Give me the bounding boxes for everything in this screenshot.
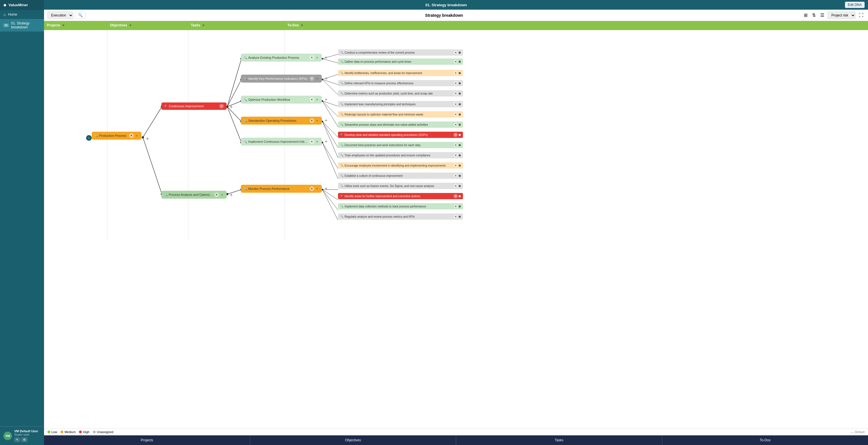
bottom-tab-tasks[interactable]: Tasks bbox=[456, 435, 662, 445]
task-node-implement[interactable]: 🔍 Implement Continuous Improvement Initi… bbox=[241, 138, 322, 146]
add-button[interactable]: ＋ bbox=[315, 55, 319, 60]
todo-td5[interactable]: 🔍 Determine metrics such as production y… bbox=[338, 90, 463, 97]
project-node-production-process[interactable]: 🔍 Production Process ✕ ＋ bbox=[92, 132, 142, 140]
add-button[interactable]: ＋ bbox=[315, 97, 319, 102]
todo-td13[interactable]: 🔍 Establish a culture of continuous impr… bbox=[338, 173, 463, 179]
todo-td15[interactable]: 🔍 Identify areas for further improvement… bbox=[338, 193, 463, 199]
close-button[interactable]: ✕ bbox=[454, 194, 458, 198]
close-button[interactable]: ✕ bbox=[310, 139, 314, 144]
add-from-task2-button[interactable]: ＋ bbox=[324, 75, 328, 81]
add-button[interactable]: ＋ bbox=[315, 139, 319, 144]
close-button[interactable]: ✕ bbox=[219, 104, 224, 108]
todo-td7[interactable]: 🔍 Redesign layouts to optimize material … bbox=[338, 111, 463, 117]
close-button[interactable]: ✕ bbox=[454, 204, 458, 208]
close-button[interactable]: ✕ bbox=[129, 133, 134, 138]
close-button[interactable]: ✕ bbox=[454, 143, 458, 147]
svg-line-5 bbox=[227, 59, 241, 107]
bottom-tab-projects[interactable]: Projects bbox=[44, 435, 250, 445]
add-project-button[interactable]: ＋ bbox=[61, 23, 65, 28]
todo-td12[interactable]: 🔍 Encourage employee involvement in iden… bbox=[338, 162, 463, 169]
close-button[interactable]: ✕ bbox=[454, 71, 458, 75]
add-from-obj2-button[interactable]: ＋ bbox=[229, 191, 234, 198]
execution-dropdown[interactable]: Execution Planning Review bbox=[48, 12, 73, 19]
edit-user-button[interactable]: ✎ bbox=[14, 437, 20, 442]
objective-node-continuous-improvement[interactable]: 🔍 Continuous Improvement ✕ bbox=[161, 102, 227, 110]
settings-button[interactable]: ⚙ bbox=[21, 437, 28, 442]
todo-td4[interactable]: 🔍 Define relevant KPIs to measure proces… bbox=[338, 80, 463, 86]
todo-td8[interactable]: 🔍 Streamline process steps and eliminate… bbox=[338, 122, 463, 128]
layout-icon-button[interactable]: ☰ bbox=[819, 11, 826, 19]
add-objective-button[interactable]: ＋ bbox=[128, 23, 132, 28]
filter-icon-button[interactable]: ⊞ bbox=[803, 11, 809, 19]
canvas-area[interactable]: 🔍 Production Process ✕ ＋ 🔍 Continuous Im… bbox=[44, 30, 868, 428]
close-button[interactable]: ✕ bbox=[310, 55, 314, 60]
bottom-tab-objectives[interactable]: Objectives bbox=[250, 435, 457, 445]
task-node-optimize[interactable]: 🔍 Optimize Production Workflow ✕ ＋ bbox=[241, 96, 322, 104]
close-button[interactable]: ✕ bbox=[454, 50, 458, 55]
task-node-kpi[interactable]: 🔍 Identify Key Performance Indicators (K… bbox=[241, 75, 322, 82]
close-button[interactable]: ✕ bbox=[310, 118, 314, 123]
sidebar-item-home[interactable]: ⌂ Home bbox=[0, 10, 44, 19]
todo-td6[interactable]: 🔍 Implement lean manufacturing principle… bbox=[338, 101, 463, 107]
close-button[interactable]: ✕ bbox=[454, 214, 458, 218]
svg-line-24 bbox=[322, 79, 338, 95]
bottom-tab-todos[interactable]: To-Dos bbox=[662, 435, 868, 445]
search-icon: 🔍 bbox=[340, 51, 343, 54]
search-button[interactable]: 🔍 bbox=[75, 12, 86, 19]
task-node-monitor[interactable]: 🔍 Monitor Process Performance ✕ ＋ bbox=[241, 185, 322, 193]
risk-dropdown[interactable]: Project risk Low Medium High bbox=[828, 12, 856, 19]
col-header-projects: Projects ＋ bbox=[44, 21, 107, 30]
add-from-task6-button[interactable]: ＋ bbox=[324, 185, 328, 192]
add-from-project-button[interactable]: ＋ bbox=[145, 135, 150, 142]
todo-td11[interactable]: 🔍 Train employees on the updated procedu… bbox=[338, 152, 463, 158]
todo-td14[interactable]: 🔍 Utilize tools such as Kaizen events, S… bbox=[338, 183, 463, 189]
add-from-task1-button[interactable]: ＋ bbox=[324, 55, 328, 61]
task-node-analyze[interactable]: 🔍 Analyze Existing Production Process ✕ … bbox=[241, 54, 322, 62]
add-button[interactable]: ＋ bbox=[220, 192, 224, 197]
add-task-button[interactable]: ＋ bbox=[202, 23, 205, 28]
close-button[interactable]: ✕ bbox=[454, 184, 458, 188]
close-button[interactable]: ✕ bbox=[454, 112, 458, 116]
legend-low: Low bbox=[48, 430, 57, 434]
close-button[interactable]: ✕ bbox=[454, 81, 458, 85]
todo-td9[interactable]: 🔍 Develop clear and detailed standard op… bbox=[338, 132, 463, 138]
collapse-button[interactable]: ‹ bbox=[86, 135, 92, 141]
node-text: Process Analysis and Optimization bbox=[169, 193, 213, 196]
todo-td17[interactable]: 🔍 Regularly analyze and review process m… bbox=[338, 213, 463, 220]
add-from-task4-button[interactable]: ＋ bbox=[324, 117, 328, 124]
todo-td3[interactable]: 🔍 Identify bottlenecks, inefficiencies, … bbox=[338, 70, 463, 76]
todo-td1[interactable]: 🔍 Conduct a comprehensive review of the … bbox=[338, 49, 463, 56]
add-from-obj1-button[interactable]: ＋ bbox=[229, 103, 234, 110]
node-text: Optimize Production Workflow bbox=[248, 98, 308, 101]
close-button[interactable]: ✕ bbox=[310, 76, 314, 81]
close-button[interactable]: ✕ bbox=[454, 164, 458, 167]
edit-dna-button[interactable]: Edit DNA bbox=[845, 2, 865, 8]
add-button[interactable]: ＋ bbox=[315, 186, 319, 191]
add-button[interactable]: ＋ bbox=[315, 76, 319, 81]
close-button[interactable]: ✕ bbox=[310, 186, 314, 191]
add-button[interactable]: ＋ bbox=[315, 118, 319, 123]
close-button[interactable]: ✕ bbox=[310, 97, 314, 102]
sort-icon-button[interactable]: ⇅ bbox=[811, 11, 817, 19]
close-button[interactable]: ✕ bbox=[454, 60, 458, 64]
add-from-task5-button[interactable]: ＋ bbox=[324, 138, 328, 144]
close-button[interactable]: ✕ bbox=[214, 193, 219, 197]
add-from-task3-button[interactable]: ＋ bbox=[324, 97, 328, 102]
add-todo-button[interactable]: ＋ bbox=[300, 23, 304, 28]
todo-td16[interactable]: 🔍 Implement data collection methods to t… bbox=[338, 203, 463, 209]
todo-text: Utilize tools such as Kaizen events, Six… bbox=[344, 184, 453, 187]
fullscreen-button[interactable]: ⛶ bbox=[858, 12, 865, 19]
close-button[interactable]: ✕ bbox=[454, 123, 458, 127]
task-node-standardize[interactable]: 🔍 Standardize Operating Procedures ✕ ＋ bbox=[241, 117, 322, 125]
sidebar-item-strategy[interactable]: 05 01. Strategy breakdown bbox=[0, 19, 44, 32]
add-button[interactable]: ＋ bbox=[135, 133, 138, 138]
close-button[interactable]: ✕ bbox=[454, 174, 458, 178]
close-button[interactable]: ✕ bbox=[454, 102, 458, 106]
close-button[interactable]: ✕ bbox=[454, 133, 458, 137]
close-button[interactable]: ✕ bbox=[454, 91, 458, 95]
todo-td10[interactable]: 🔍 Document best practices and work instr… bbox=[338, 142, 463, 148]
status-dot bbox=[459, 195, 461, 197]
close-button[interactable]: ✕ bbox=[454, 153, 458, 157]
todo-td2[interactable]: 🔍 Gather data on process performance and… bbox=[338, 59, 463, 65]
objective-node-process-analysis[interactable]: 🔍 Process Analysis and Optimization ✕ ＋ bbox=[161, 191, 227, 199]
